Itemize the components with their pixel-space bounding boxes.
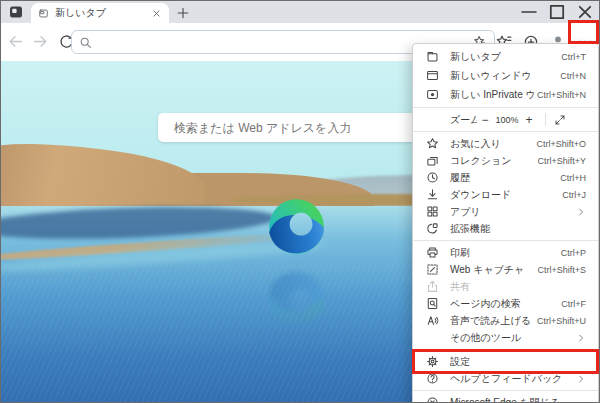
menu-item-label: ダウンロード xyxy=(450,188,562,202)
menu-separator xyxy=(413,390,598,391)
tab-actions-menu-button[interactable] xyxy=(7,4,25,20)
menu-item-label: コレクション xyxy=(450,154,537,168)
menu-item-inprivate[interactable]: 新しい InPrivate ウィンドウCtrl+Shift+N xyxy=(413,85,598,104)
menu-separator xyxy=(413,131,598,132)
page-search-box[interactable] xyxy=(158,113,448,142)
menu-item-shortcut: Ctrl+N xyxy=(560,71,586,81)
menu-item-shortcut: Ctrl+H xyxy=(560,173,586,183)
menu-item-label: Microsoft Edge を閉じる xyxy=(450,396,586,403)
menu-item-shortcut: Ctrl+Shift+O xyxy=(536,139,586,149)
spacer xyxy=(426,331,439,344)
close-edge-icon xyxy=(426,396,439,403)
zoom-level: 100% xyxy=(493,115,521,125)
menu-item-new-tab[interactable]: 新しいタブCtrl+T xyxy=(413,47,598,66)
zoom-out-button[interactable]: − xyxy=(477,112,493,127)
find-icon xyxy=(426,297,439,310)
new-tab-page-favicon xyxy=(38,8,49,19)
menu-item-label: その他のツール xyxy=(450,331,576,345)
menu-item-apps[interactable]: アプリ xyxy=(413,203,598,220)
menu-item-label: アプリ xyxy=(450,205,576,219)
menu-item-share[interactable]: 共有 xyxy=(413,278,598,295)
menu-item-shortcut: Ctrl+J xyxy=(562,190,586,200)
search-icon xyxy=(79,36,92,49)
menu-item-label: 新しいウィンドウ xyxy=(450,69,560,83)
menu-item-label: 拡張機能 xyxy=(450,222,586,236)
menu-item-shortcut: Ctrl+P xyxy=(561,248,586,258)
edge-logo xyxy=(268,198,325,255)
active-tab[interactable]: 新しいタブ xyxy=(31,3,169,23)
print-icon xyxy=(426,246,439,259)
menu-item-label: 履歴 xyxy=(450,171,560,185)
more-menu: 新しいタブCtrl+T新しいウィンドウCtrl+N新しい InPrivate ウ… xyxy=(412,43,599,403)
menu-item-label: お気に入り xyxy=(450,137,536,151)
menu-item-label: Web キャプチャ xyxy=(450,263,537,277)
new-tab-icon xyxy=(426,50,439,63)
menu-item-find[interactable]: ページ内の検索Ctrl+F xyxy=(413,295,598,312)
menu-item-downloads[interactable]: ダウンロードCtrl+J xyxy=(413,186,598,203)
menu-item-new-window[interactable]: 新しいウィンドウCtrl+N xyxy=(413,66,598,85)
chevron-right-icon xyxy=(576,333,586,343)
tab-close-icon[interactable] xyxy=(151,8,162,19)
menu-item-label: 共有 xyxy=(450,280,586,294)
menu-item-settings[interactable]: 設定 xyxy=(413,353,598,370)
menu-item-history[interactable]: 履歴Ctrl+H xyxy=(413,169,598,186)
read-aloud-icon xyxy=(426,314,439,327)
menu-item-help[interactable]: ヘルプとフィードバック xyxy=(413,370,598,387)
new-tab-button[interactable] xyxy=(176,6,190,20)
menu-separator xyxy=(413,107,598,108)
page-search-input[interactable] xyxy=(172,120,434,136)
menu-item-label: ページ内の検索 xyxy=(450,297,561,311)
divider xyxy=(545,113,546,126)
tab-title: 新しいタブ xyxy=(55,6,151,20)
close-window-button[interactable] xyxy=(571,1,599,23)
menu-item-print[interactable]: 印刷Ctrl+P xyxy=(413,244,598,261)
window-controls xyxy=(515,1,599,23)
menu-item-extensions[interactable]: 拡張機能 xyxy=(413,220,598,237)
apps-icon xyxy=(426,205,439,218)
menu-item-zoom[interactable]: ズーム−100%+ xyxy=(413,111,598,128)
inprivate-icon xyxy=(426,88,439,101)
web-capture-icon xyxy=(426,263,439,276)
menu-item-shortcut: Ctrl+Shift+N xyxy=(537,90,586,100)
fullscreen-icon[interactable] xyxy=(554,114,566,126)
history-icon xyxy=(426,171,439,184)
forward-button[interactable] xyxy=(32,33,49,50)
extensions-icon xyxy=(426,222,439,235)
menu-separator xyxy=(413,349,598,350)
menu-item-label: 設定 xyxy=(450,355,586,369)
menu-item-label: ヘルプとフィードバック xyxy=(450,372,576,386)
maximize-button[interactable] xyxy=(543,1,571,23)
menu-item-label: 音声で読み上げる xyxy=(450,314,537,328)
menu-item-shortcut: Ctrl+Shift+Y xyxy=(537,156,586,166)
edge-logo-reflection xyxy=(268,257,325,341)
menu-item-label: 新しい InPrivate ウィンドウ xyxy=(450,88,537,102)
zoom-in-button[interactable]: + xyxy=(521,112,537,127)
settings-icon xyxy=(426,355,439,368)
menu-item-collections[interactable]: コレクションCtrl+Shift+Y xyxy=(413,152,598,169)
back-button[interactable] xyxy=(7,33,24,50)
downloads-icon xyxy=(426,188,439,201)
menu-item-shortcut: Ctrl+F xyxy=(561,299,586,309)
menu-item-web-capture[interactable]: Web キャプチャCtrl+Shift+S xyxy=(413,261,598,278)
menu-item-favorites[interactable]: お気に入りCtrl+Shift+O xyxy=(413,135,598,152)
menu-separator xyxy=(413,240,598,241)
share-icon xyxy=(426,280,439,293)
menu-item-read-aloud[interactable]: 音声で読み上げるCtrl+Shift+U xyxy=(413,312,598,329)
favorites-icon xyxy=(426,137,439,150)
chevron-right-icon xyxy=(576,374,586,384)
collections-icon xyxy=(426,154,439,167)
menu-item-more-tools[interactable]: その他のツール xyxy=(413,329,598,346)
new-window-icon xyxy=(426,69,439,82)
menu-item-shortcut: Ctrl+Shift+U xyxy=(537,316,586,326)
menu-item-close-edge[interactable]: Microsoft Edge を閉じる xyxy=(413,394,598,403)
menu-item-shortcut: Ctrl+T xyxy=(561,52,586,62)
menu-item-shortcut: Ctrl+Shift+S xyxy=(537,265,586,275)
help-icon xyxy=(426,372,439,385)
menu-item-label: 印刷 xyxy=(450,246,561,260)
chevron-right-icon xyxy=(576,207,586,217)
menu-item-label: 新しいタブ xyxy=(450,50,561,64)
menu-item-label: ズーム xyxy=(450,113,477,127)
tab-bar: 新しいタブ xyxy=(1,1,599,23)
minimize-button[interactable] xyxy=(515,1,543,23)
browser-window: 新しいタブ xyxy=(0,0,600,403)
